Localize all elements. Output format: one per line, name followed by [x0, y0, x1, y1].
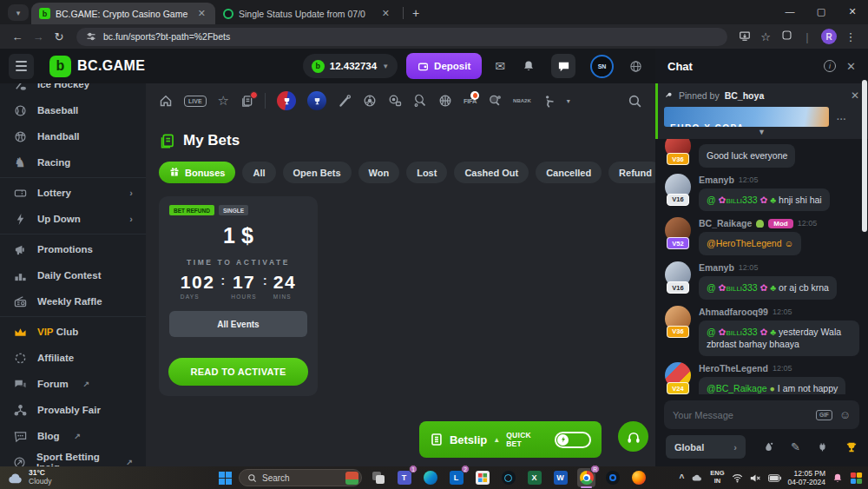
language-indicator[interactable]: ENGIN — [710, 470, 724, 485]
all-events-button[interactable]: All Events — [169, 311, 307, 337]
tab-close-icon[interactable]: ✕ — [196, 8, 207, 19]
emoji-icon[interactable]: ☺ — [839, 408, 851, 421]
trophy-icon[interactable] — [845, 441, 858, 453]
username[interactable]: Ahmadfarooq99 — [699, 307, 768, 317]
menu-kebab-icon[interactable]: ⋮ — [840, 30, 861, 43]
gif-icon[interactable]: GIF — [816, 410, 832, 420]
sidebar-item-daily-contest[interactable]: Daily Contest — [0, 262, 146, 288]
address-bar[interactable]: bc.fun/sports?bt-path=%2Fbets — [76, 28, 727, 46]
battery-icon[interactable] — [768, 474, 781, 482]
app-icon-word[interactable]: W — [551, 468, 569, 487]
onedrive-icon[interactable] — [691, 473, 703, 482]
sidebar-item-sport-betting-insig[interactable]: Sport Betting Insig↗ — [0, 449, 146, 466]
send-to-device-icon[interactable] — [734, 30, 755, 44]
globe-icon[interactable] — [629, 60, 642, 73]
pinned-expand-chevron[interactable]: ▼ — [664, 128, 859, 136]
app-icon-store[interactable] — [473, 468, 491, 487]
pinned-close-icon[interactable]: ✕ — [851, 89, 859, 102]
volume-muted-icon[interactable] — [750, 473, 761, 483]
tray-expand-chevron[interactable]: ^ — [679, 473, 684, 483]
filter-chip-refund[interactable]: Refund — [608, 162, 655, 183]
notifications-bell-icon[interactable] — [832, 472, 843, 484]
filter-chip-all[interactable]: All — [242, 162, 275, 183]
taskbar-clock[interactable]: 12:05 PM 04-07-2024 — [788, 469, 825, 486]
copa-america-icon[interactable] — [307, 91, 326, 110]
close-button[interactable]: ✕ — [837, 0, 868, 23]
taskbar-search[interactable]: Search — [239, 469, 362, 486]
pinned-more[interactable]: ... — [837, 112, 846, 122]
rain-icon[interactable] — [763, 441, 774, 453]
filter-chip-bonuses[interactable]: Bonuses — [159, 162, 235, 183]
minimize-button[interactable]: — — [774, 0, 806, 23]
favorites-star-icon[interactable]: ☆ — [218, 93, 229, 109]
euro-2024-icon[interactable] — [277, 91, 296, 110]
e-soccer-icon[interactable] — [388, 94, 402, 108]
more-sports-caret[interactable]: ▾ — [567, 97, 570, 105]
home-icon[interactable] — [159, 94, 173, 108]
search-icon[interactable] — [628, 94, 642, 109]
filter-chip-cancelled[interactable]: Cancelled — [536, 162, 602, 183]
app-icon-firefox[interactable] — [629, 468, 648, 487]
browser-profile-avatar[interactable]: R — [821, 29, 837, 44]
baseball-bat-icon[interactable] — [338, 94, 352, 108]
betslip-bar[interactable]: Betslip ▲ QUICK BET — [419, 421, 602, 458]
soccer-icon[interactable] — [363, 94, 377, 108]
chat-info-icon[interactable]: i — [824, 60, 836, 72]
start-button[interactable] — [219, 472, 232, 485]
tab-bcgame[interactable]: b BC.GAME: Crypto Casino Game ✕ — [31, 3, 215, 24]
read-to-activate-button[interactable]: READ TO ACTIVATE — [168, 358, 308, 386]
my-bets-icon[interactable] — [240, 95, 253, 108]
mail-icon[interactable]: ✉ — [495, 59, 505, 73]
wifi-icon[interactable] — [732, 473, 743, 483]
extensions-icon[interactable] — [776, 30, 797, 43]
sidebar-item-ice-hockey[interactable]: Ice Hockey — [0, 83, 146, 97]
widgets-icon[interactable] — [850, 472, 863, 485]
table-tennis-icon[interactable] — [488, 94, 502, 108]
sidebar-item-weekly-raffle[interactable]: Weekly Raffle — [0, 288, 146, 314]
live-badge[interactable]: LIVE — [184, 96, 207, 107]
quick-bet-toggle[interactable] — [555, 432, 591, 448]
reload-icon[interactable]: ↻ — [49, 30, 69, 43]
app-icon-edge[interactable] — [421, 468, 439, 487]
deposit-button[interactable]: Deposit — [406, 53, 482, 79]
app-icon-outlook[interactable] — [603, 468, 621, 487]
counter-strike-icon[interactable] — [542, 95, 556, 108]
chat-close-icon[interactable]: ✕ — [846, 60, 856, 73]
chat-message-input[interactable] — [673, 410, 809, 420]
app-icon-chrome[interactable]: R — [577, 468, 595, 487]
bell-icon[interactable] — [523, 60, 535, 72]
app-icon-teams[interactable]: T1 — [395, 468, 413, 487]
balance-selector[interactable]: b 12.432734 ▼ — [303, 54, 398, 78]
tab-close-icon[interactable]: ✕ — [380, 8, 391, 19]
username[interactable]: HeroTheLegend — [699, 363, 768, 373]
page-scrollbar-thumb[interactable] — [862, 80, 867, 232]
tab-status-update[interactable]: Single Status Update from 07/0 ✕ — [215, 3, 399, 24]
tab-search-button[interactable]: ▾ — [8, 4, 29, 21]
back-icon[interactable]: ← — [7, 30, 28, 43]
new-tab-button[interactable]: + — [407, 4, 424, 22]
app-icon-alexa[interactable] — [499, 468, 517, 487]
nba2k-icon[interactable]: NBA 2K — [513, 98, 531, 103]
sidebar-item-provably-fair[interactable]: Provably Fair — [0, 397, 146, 423]
taskbar-weather[interactable]: 31°C Cloudy — [7, 469, 51, 486]
filter-chip-cashed-out[interactable]: Cashed Out — [454, 162, 529, 183]
site-logo[interactable]: b BC.GAME — [49, 56, 145, 77]
username[interactable]: Emanyb — [699, 262, 734, 273]
username[interactable]: Emanyb — [699, 175, 734, 185]
sidebar-item-blog[interactable]: Blog↗ — [0, 423, 146, 449]
forward-icon[interactable]: → — [28, 30, 49, 43]
fifa-icon[interactable]: FIFA — [464, 97, 477, 105]
user-avatar[interactable]: SN — [590, 55, 614, 78]
sidebar-item-handball[interactable]: Handball — [0, 123, 146, 149]
sidebar-item-lottery[interactable]: Lottery› — [0, 180, 146, 206]
sidebar-item-vip-club[interactable]: VIP Club — [0, 319, 146, 345]
filter-chip-open-bets[interactable]: Open Bets — [283, 162, 352, 183]
sidebar-item-up-down[interactable]: Up Down› — [0, 206, 146, 232]
filter-chip-won[interactable]: Won — [358, 162, 400, 183]
support-button[interactable] — [618, 421, 648, 452]
chat-room-selector[interactable]: Global › — [666, 435, 746, 459]
sidebar-item-promotions[interactable]: Promotions — [0, 236, 146, 262]
chat-input-container[interactable]: GIF ☺ — [664, 400, 859, 429]
sidebar-item-racing[interactable]: ♞Racing — [0, 149, 146, 175]
app-icon-linkedin[interactable]: L2 — [447, 468, 465, 487]
